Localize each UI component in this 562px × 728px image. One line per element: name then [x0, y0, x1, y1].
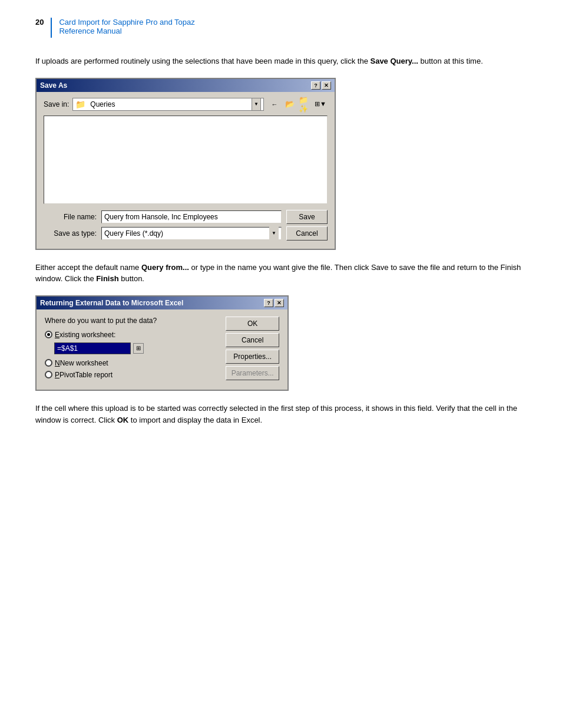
close-button[interactable]: ✕	[322, 81, 331, 90]
vertical-divider	[51, 18, 52, 38]
cell-reference-input[interactable]: =$A$1	[54, 342, 131, 354]
help-button[interactable]: ?	[311, 81, 320, 90]
view-options-button[interactable]: ⊞▼	[313, 98, 328, 111]
close-button-2[interactable]: ✕	[275, 299, 284, 307]
bottom-text1: If the cell where this upload is to be s…	[35, 404, 517, 425]
save-in-label: Save in:	[44, 100, 69, 108]
save-type-value: Query Files (*.dqy)	[104, 229, 269, 238]
file-name-input[interactable]: Query from Hansole, Inc Employees	[101, 210, 282, 223]
middle-text1: Either accept the default name	[35, 263, 141, 272]
save-in-dropdown-arrow[interactable]: ▼	[252, 98, 261, 111]
file-name-row: File name: Query from Hansole, Inc Emplo…	[44, 210, 328, 224]
new-worksheet-radio[interactable]	[45, 359, 52, 367]
cell-input-row: =$A$1 ⊞	[54, 342, 220, 354]
dialog-left-panel: Where do you want to put the data? Exist…	[45, 317, 220, 383]
ok-button[interactable]: OK	[226, 317, 279, 331]
new-worksheet-label: NNew worksheet	[55, 359, 108, 367]
existing-worksheet-label: Existing worksheet:	[55, 331, 115, 339]
bottom-paragraph: If the cell where this upload is to be s…	[35, 403, 527, 427]
parameters-button: Parameters...	[226, 366, 279, 380]
page-container: 20 Card Import for Sapphire Pro and Topa…	[0, 0, 562, 728]
help-button-2[interactable]: ?	[264, 299, 273, 307]
header-text: Card Import for Sapphire Pro and Topaz R…	[59, 18, 194, 35]
back-button[interactable]: ←	[267, 98, 282, 111]
middle-bold2: Finish	[96, 274, 118, 283]
save-as-titlebar: Save As ? ✕	[37, 79, 335, 92]
middle-bold1: Query from...	[141, 263, 189, 272]
save-type-arrow[interactable]: ▼	[269, 227, 279, 240]
return-data-dialog: Returning External Data to Microsoft Exc…	[35, 295, 289, 391]
middle-text3: button.	[119, 274, 144, 283]
page-number: 20	[35, 18, 44, 27]
cancel-button-2[interactable]: Cancel	[226, 333, 279, 347]
existing-worksheet-option[interactable]: Existing worksheet:	[45, 331, 220, 339]
cell-selector-icon[interactable]: ⊞	[133, 343, 144, 354]
save-type-row: Save as type: Query Files (*.dqy) ▼ Canc…	[44, 226, 328, 241]
up-folder-button[interactable]: 📂	[283, 98, 297, 111]
folder-icon: 📁	[75, 100, 85, 109]
header-subtitle: Reference Manual	[59, 27, 194, 35]
save-button[interactable]: Save	[286, 210, 328, 224]
bottom-text2: to import and display the data in Excel.	[128, 416, 262, 424]
pivot-table-radio[interactable]	[45, 371, 52, 378]
save-in-value: Queries	[90, 100, 115, 108]
pivot-table-option[interactable]: PPivotTable report	[45, 371, 220, 379]
cell-value: =$A$1	[57, 344, 78, 353]
existing-worksheet-radio[interactable]	[45, 331, 52, 338]
header-title: Card Import for Sapphire Pro and Topaz	[59, 18, 194, 27]
dialog-question: Where do you want to put the data?	[45, 317, 220, 325]
dialog-right-panel: OK Cancel Properties... Parameters...	[226, 317, 279, 383]
pivot-table-label: PPivotTable report	[55, 371, 113, 379]
new-worksheet-option[interactable]: NNew worksheet	[45, 359, 220, 367]
intro-bold: Save Query...	[370, 57, 418, 65]
properties-button[interactable]: Properties...	[226, 350, 279, 364]
save-as-title: Save As	[40, 81, 67, 90]
intro-text: If uploads are performed routinely using…	[35, 57, 370, 65]
file-browser-area	[44, 116, 328, 204]
intro-text2: button at this time.	[418, 57, 483, 65]
file-name-value: Query from Hansole, Inc Employees	[104, 213, 218, 221]
save-type-label: Save as type:	[44, 229, 97, 238]
titlebar-buttons: ? ✕	[311, 81, 331, 90]
bottom-bold: OK	[117, 416, 129, 424]
toolbar-icons: ← 📂 📁✨ ⊞▼	[267, 98, 328, 111]
titlebar-buttons-2: ? ✕	[264, 299, 284, 307]
middle-paragraph: Either accept the default name Query fro…	[35, 262, 527, 285]
return-data-titlebar: Returning External Data to Microsoft Exc…	[37, 297, 287, 309]
save-type-dropdown[interactable]: Query Files (*.dqy) ▼	[101, 227, 282, 240]
new-folder-button[interactable]: 📁✨	[298, 98, 312, 111]
return-data-content: Where do you want to put the data? Exist…	[37, 309, 287, 390]
return-data-title: Returning External Data to Microsoft Exc…	[40, 299, 183, 307]
cancel-button[interactable]: Cancel	[286, 226, 328, 241]
file-name-label: File name:	[44, 213, 97, 221]
header-area: 20 Card Import for Sapphire Pro and Topa…	[35, 18, 527, 38]
save-as-dialog: Save As ? ✕ Save in: 📁 Queries ▼ ← 📂 📁✨	[35, 78, 336, 250]
save-in-row: Save in: 📁 Queries ▼ ← 📂 📁✨ ⊞▼	[44, 98, 328, 111]
intro-paragraph: If uploads are performed routinely using…	[35, 55, 527, 67]
save-in-dropdown[interactable]: 📁 Queries ▼	[72, 98, 264, 111]
save-as-content: Save in: 📁 Queries ▼ ← 📂 📁✨ ⊞▼ File name…	[37, 92, 335, 249]
